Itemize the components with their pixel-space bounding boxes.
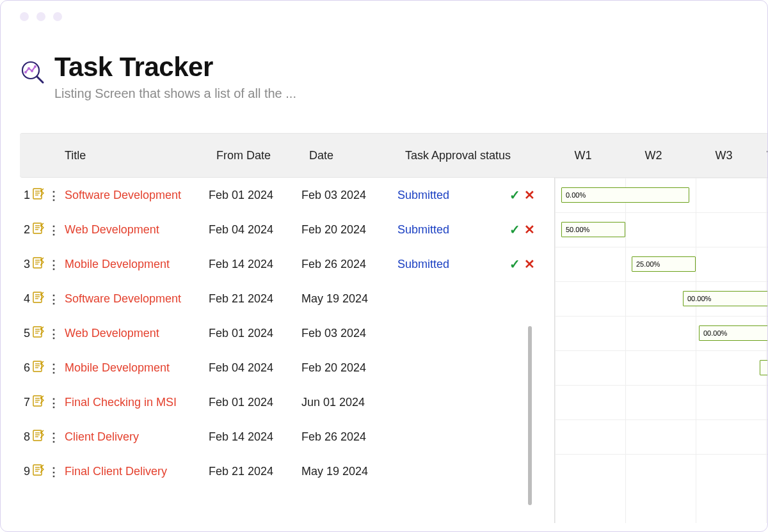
window-control-dot[interactable] [36,12,45,21]
approval-actions: ✓✕ [509,256,548,272]
vertical-scrollbar-thumb[interactable] [528,326,532,505]
from-date-cell: Feb 01 2024 [209,396,301,409]
col-header-title[interactable]: Title [20,133,209,178]
row-menu-icon[interactable]: ⋮ [48,258,60,272]
note-icon[interactable] [33,430,44,441]
row-index: 9 [20,465,33,478]
table-header: Title From Date Date Task Approval statu… [20,133,767,178]
row-index: 4 [20,292,33,306]
task-title[interactable]: Mobile Development [65,361,209,375]
svg-line-1 [37,77,43,82]
approval-status-cell[interactable]: Submitted [397,223,509,237]
row-menu-icon[interactable]: ⋮ [48,465,60,479]
col-header-week[interactable]: W [759,133,768,178]
gantt-bar[interactable]: 00.00% [683,291,768,306]
note-icon[interactable] [33,257,44,269]
approval-status-cell[interactable]: Submitted [397,189,509,202]
row-index: 2 [20,223,33,237]
approve-icon[interactable]: ✓ [509,223,520,237]
row-icons: ⋮ [33,223,65,237]
row-menu-icon[interactable]: ⋮ [48,327,60,341]
gantt-row: 25.00% [555,247,768,281]
approval-actions: ✓✕ [509,222,548,237]
gantt-bar[interactable]: 00.00% [699,325,768,341]
row-menu-icon[interactable]: ⋮ [48,223,60,237]
row-menu-icon[interactable]: ⋮ [48,292,60,306]
date-cell: Feb 20 2024 [301,223,397,237]
reject-icon[interactable]: ✕ [524,223,535,237]
date-cell: Jun 01 2024 [301,396,397,409]
task-title[interactable]: Mobile Development [65,258,209,271]
gantt-bar[interactable]: 0.00% [561,187,689,203]
note-icon[interactable] [33,223,44,234]
task-title[interactable]: Software Development [65,292,209,306]
svg-point-3 [28,67,30,70]
note-icon[interactable] [33,326,44,338]
date-cell: Feb 20 2024 [301,361,397,375]
gantt-row: 0.00% [555,178,768,212]
window-titlebar [1,1,767,33]
from-date-cell: Feb 04 2024 [209,223,301,237]
task-title[interactable]: Client Delivery [65,430,209,444]
window-control-dot[interactable] [20,12,29,21]
gantt-row [555,350,768,385]
col-header-date[interactable]: Date [301,133,397,178]
gantt-bar-label: 0.00% [566,191,586,199]
row-menu-icon[interactable]: ⋮ [48,189,60,203]
reject-icon[interactable]: ✕ [524,257,535,271]
row-index: 8 [20,430,33,444]
gantt-bar-label: 00.00% [703,329,727,337]
window-control-dot[interactable] [53,12,62,21]
reject-icon[interactable]: ✕ [524,188,535,202]
from-date-cell: Feb 01 2024 [209,189,301,202]
col-header-approval[interactable]: Task Approval status [397,133,548,178]
row-icons: ⋮ [33,292,65,306]
task-title[interactable]: Final Client Delivery [65,465,209,478]
row-menu-icon[interactable]: ⋮ [48,361,60,375]
note-icon[interactable] [33,464,44,476]
row-menu-icon[interactable]: ⋮ [48,396,60,410]
approve-icon[interactable]: ✓ [509,257,520,271]
gantt-bar[interactable] [760,360,768,375]
task-title[interactable]: Final Checking in MSI [65,396,209,409]
gantt-row [555,419,768,454]
note-icon[interactable] [33,361,44,372]
row-icons: ⋮ [33,464,65,479]
col-header-week[interactable]: W1 [548,133,618,178]
gantt-chart: 0.00%50.00%25.00%00.00%00.00% [554,178,768,523]
page-subtitle: Listing Screen that shows a list of all … [54,86,296,101]
row-index: 7 [20,396,33,409]
date-cell: Feb 26 2024 [301,430,397,444]
col-header-week[interactable]: W3 [689,133,759,178]
row-icons: ⋮ [33,326,65,341]
approval-status-cell[interactable]: Submitted [397,258,509,271]
row-icons: ⋮ [33,188,65,203]
note-icon[interactable] [33,188,44,199]
gantt-bar[interactable]: 25.00% [632,256,696,272]
from-date-cell: Feb 01 2024 [209,327,301,340]
gantt-bar-label: 25.00% [636,260,660,268]
row-index: 6 [20,361,33,375]
from-date-cell: Feb 14 2024 [209,258,301,271]
app-window: Task Tracker Listing Screen that shows a… [0,0,768,532]
date-cell: Feb 03 2024 [301,189,397,202]
row-icons: ⋮ [33,361,65,375]
col-header-from-date[interactable]: From Date [209,133,301,178]
note-icon[interactable] [33,292,44,303]
row-menu-icon[interactable]: ⋮ [48,430,60,444]
date-cell: Feb 03 2024 [301,327,397,340]
approve-icon[interactable]: ✓ [509,188,520,202]
row-index: 3 [20,258,33,271]
row-icons: ⋮ [33,257,65,272]
col-header-week[interactable]: W2 [618,133,689,178]
task-table: Title From Date Date Task Approval statu… [1,133,767,489]
note-icon[interactable] [33,395,44,407]
page-title: Task Tracker [54,52,296,82]
from-date-cell: Feb 21 2024 [209,292,301,306]
magnifier-graph-icon [20,59,45,88]
task-title[interactable]: Software Development [65,189,209,202]
task-title[interactable]: Web Development [65,327,209,340]
row-icons: ⋮ [33,430,65,444]
task-title[interactable]: Web Development [65,223,209,237]
gantt-bar[interactable]: 50.00% [561,222,625,237]
